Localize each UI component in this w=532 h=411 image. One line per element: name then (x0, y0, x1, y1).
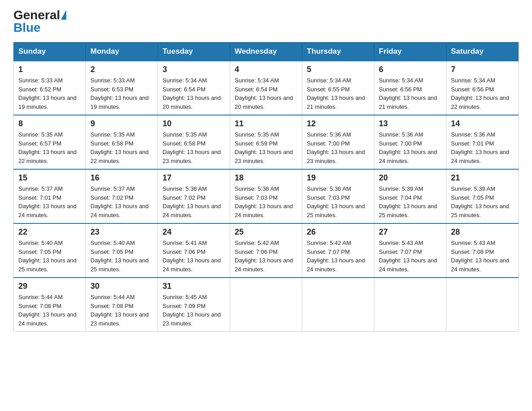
day-number: 29 (18, 282, 81, 291)
calendar-cell (374, 278, 446, 332)
calendar-cell: 27Sunrise: 5:43 AMSunset: 7:07 PMDayligh… (374, 223, 446, 278)
day-number: 7 (451, 65, 514, 74)
calendar-header-row: SundayMondayTuesdayWednesdayThursdayFrid… (14, 43, 519, 61)
calendar-cell: 9Sunrise: 5:35 AMSunset: 6:58 PMDaylight… (86, 115, 158, 169)
logo-triangle-icon (61, 10, 66, 20)
calendar-cell: 30Sunrise: 5:44 AMSunset: 7:08 PMDayligh… (86, 278, 158, 332)
day-info: Sunrise: 5:33 AMSunset: 6:52 PMDaylight:… (18, 76, 81, 111)
day-info: Sunrise: 5:34 AMSunset: 6:56 PMDaylight:… (379, 76, 442, 111)
day-info: Sunrise: 5:40 AMSunset: 7:05 PMDaylight:… (90, 239, 153, 274)
week-row-2: 8Sunrise: 5:35 AMSunset: 6:57 PMDaylight… (14, 115, 519, 169)
day-number: 8 (18, 119, 81, 128)
day-info: Sunrise: 5:44 AMSunset: 7:08 PMDaylight:… (90, 293, 153, 328)
day-info: Sunrise: 5:38 AMSunset: 7:03 PMDaylight:… (235, 184, 297, 219)
day-number: 3 (163, 65, 225, 74)
calendar-cell: 11Sunrise: 5:35 AMSunset: 6:59 PMDayligh… (230, 115, 302, 169)
calendar-cell: 20Sunrise: 5:39 AMSunset: 7:04 PMDayligh… (374, 169, 446, 223)
day-number: 27 (379, 227, 442, 237)
column-header-saturday: Saturday (446, 43, 519, 61)
calendar-cell (302, 278, 374, 332)
day-number: 15 (18, 173, 81, 183)
calendar-cell: 17Sunrise: 5:38 AMSunset: 7:02 PMDayligh… (158, 169, 230, 223)
calendar-cell: 23Sunrise: 5:40 AMSunset: 7:05 PMDayligh… (86, 223, 158, 278)
calendar-cell (446, 278, 519, 332)
day-info: Sunrise: 5:38 AMSunset: 7:02 PMDaylight:… (163, 184, 225, 219)
calendar-cell: 18Sunrise: 5:38 AMSunset: 7:03 PMDayligh… (230, 169, 302, 223)
day-info: Sunrise: 5:41 AMSunset: 7:06 PMDaylight:… (163, 239, 225, 274)
column-header-sunday: Sunday (14, 43, 86, 61)
day-info: Sunrise: 5:34 AMSunset: 6:54 PMDaylight:… (163, 76, 225, 111)
day-info: Sunrise: 5:42 AMSunset: 7:07 PMDaylight:… (307, 239, 369, 274)
day-number: 16 (90, 173, 153, 183)
day-info: Sunrise: 5:35 AMSunset: 6:58 PMDaylight:… (90, 130, 153, 165)
column-header-monday: Monday (86, 43, 158, 61)
day-number: 31 (163, 282, 225, 291)
logo: General Blue (13, 9, 66, 34)
day-number: 2 (90, 65, 153, 74)
calendar-cell: 26Sunrise: 5:42 AMSunset: 7:07 PMDayligh… (302, 223, 374, 278)
day-info: Sunrise: 5:39 AMSunset: 7:04 PMDaylight:… (379, 184, 442, 219)
day-number: 25 (235, 227, 297, 237)
calendar-cell: 6Sunrise: 5:34 AMSunset: 6:56 PMDaylight… (374, 61, 446, 115)
column-header-friday: Friday (374, 43, 446, 61)
day-number: 5 (307, 65, 369, 74)
calendar-cell: 13Sunrise: 5:36 AMSunset: 7:00 PMDayligh… (374, 115, 446, 169)
day-info: Sunrise: 5:36 AMSunset: 7:01 PMDaylight:… (451, 130, 514, 165)
day-number: 18 (235, 173, 297, 183)
calendar-cell: 8Sunrise: 5:35 AMSunset: 6:57 PMDaylight… (14, 115, 86, 169)
day-number: 22 (18, 227, 81, 237)
day-info: Sunrise: 5:36 AMSunset: 7:00 PMDaylight:… (379, 130, 442, 165)
calendar-cell (230, 278, 302, 332)
day-number: 17 (163, 173, 225, 183)
calendar-cell: 21Sunrise: 5:39 AMSunset: 7:05 PMDayligh… (446, 169, 519, 223)
calendar-cell: 2Sunrise: 5:33 AMSunset: 6:53 PMDaylight… (86, 61, 158, 115)
calendar-cell: 31Sunrise: 5:45 AMSunset: 7:09 PMDayligh… (158, 278, 230, 332)
week-row-1: 1Sunrise: 5:33 AMSunset: 6:52 PMDaylight… (14, 61, 519, 115)
day-info: Sunrise: 5:44 AMSunset: 7:08 PMDaylight:… (18, 293, 81, 328)
day-info: Sunrise: 5:34 AMSunset: 6:56 PMDaylight:… (451, 76, 514, 111)
day-number: 28 (451, 227, 514, 237)
calendar-cell: 22Sunrise: 5:40 AMSunset: 7:05 PMDayligh… (14, 223, 86, 278)
day-info: Sunrise: 5:36 AMSunset: 7:00 PMDaylight:… (307, 130, 369, 165)
calendar-cell: 15Sunrise: 5:37 AMSunset: 7:01 PMDayligh… (14, 169, 86, 223)
day-info: Sunrise: 5:40 AMSunset: 7:05 PMDaylight:… (18, 239, 81, 274)
day-number: 13 (379, 119, 442, 128)
day-info: Sunrise: 5:45 AMSunset: 7:09 PMDaylight:… (163, 293, 225, 328)
column-header-wednesday: Wednesday (230, 43, 302, 61)
day-info: Sunrise: 5:33 AMSunset: 6:53 PMDaylight:… (90, 76, 153, 111)
column-header-thursday: Thursday (302, 43, 374, 61)
day-info: Sunrise: 5:35 AMSunset: 6:59 PMDaylight:… (235, 130, 297, 165)
calendar-cell: 12Sunrise: 5:36 AMSunset: 7:00 PMDayligh… (302, 115, 374, 169)
calendar-cell: 7Sunrise: 5:34 AMSunset: 6:56 PMDaylight… (446, 61, 519, 115)
day-number: 30 (90, 282, 153, 291)
day-number: 26 (307, 227, 369, 237)
calendar-cell: 19Sunrise: 5:38 AMSunset: 7:03 PMDayligh… (302, 169, 374, 223)
day-info: Sunrise: 5:39 AMSunset: 7:05 PMDaylight:… (451, 184, 514, 219)
day-number: 21 (451, 173, 514, 183)
day-number: 11 (235, 119, 297, 128)
day-info: Sunrise: 5:43 AMSunset: 7:08 PMDaylight:… (451, 239, 514, 274)
day-info: Sunrise: 5:34 AMSunset: 6:54 PMDaylight:… (235, 76, 297, 111)
calendar-cell: 16Sunrise: 5:37 AMSunset: 7:02 PMDayligh… (86, 169, 158, 223)
calendar-cell: 29Sunrise: 5:44 AMSunset: 7:08 PMDayligh… (14, 278, 86, 332)
week-row-5: 29Sunrise: 5:44 AMSunset: 7:08 PMDayligh… (14, 278, 519, 332)
day-number: 6 (379, 65, 442, 74)
day-info: Sunrise: 5:42 AMSunset: 7:06 PMDaylight:… (235, 239, 297, 274)
calendar-cell: 10Sunrise: 5:35 AMSunset: 6:58 PMDayligh… (158, 115, 230, 169)
calendar-cell: 1Sunrise: 5:33 AMSunset: 6:52 PMDaylight… (14, 61, 86, 115)
day-number: 24 (163, 227, 225, 237)
calendar-cell: 3Sunrise: 5:34 AMSunset: 6:54 PMDaylight… (158, 61, 230, 115)
day-number: 12 (307, 119, 369, 128)
day-number: 14 (451, 119, 514, 128)
day-info: Sunrise: 5:37 AMSunset: 7:01 PMDaylight:… (18, 184, 81, 219)
day-number: 20 (379, 173, 442, 183)
day-info: Sunrise: 5:34 AMSunset: 6:55 PMDaylight:… (307, 76, 369, 111)
day-info: Sunrise: 5:35 AMSunset: 6:58 PMDaylight:… (163, 130, 225, 165)
logo-general-text: General (13, 8, 60, 22)
logo-blue-text: Blue (13, 21, 41, 34)
page-header: General Blue (13, 9, 519, 34)
calendar-cell: 25Sunrise: 5:42 AMSunset: 7:06 PMDayligh… (230, 223, 302, 278)
calendar-table: SundayMondayTuesdayWednesdayThursdayFrid… (13, 42, 519, 332)
day-number: 1 (18, 65, 81, 74)
day-info: Sunrise: 5:35 AMSunset: 6:57 PMDaylight:… (18, 130, 81, 165)
